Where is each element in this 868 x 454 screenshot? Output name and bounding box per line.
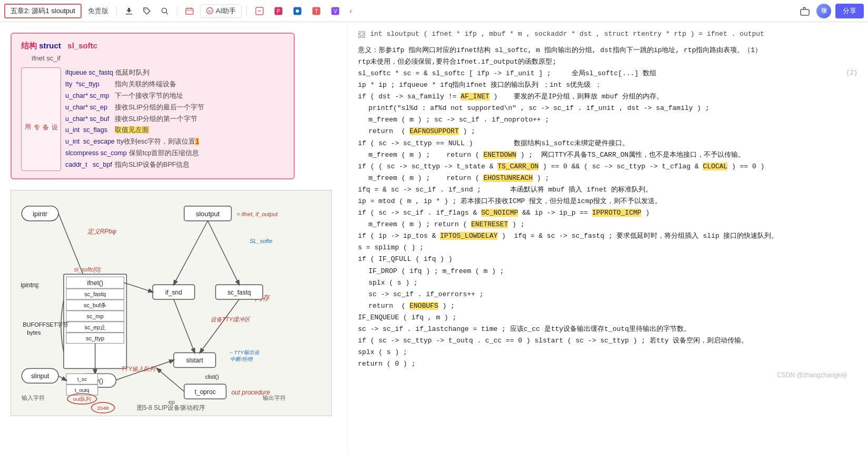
svg-text:out队列: out队列 xyxy=(73,396,91,402)
line24: sc -> sc_if . if_lastchange = time ; 应该c… xyxy=(358,325,691,333)
svg-text:ipintrq:: ipintrq: xyxy=(21,281,39,289)
svg-text:sc_ttyp: sc_ttyp xyxy=(86,335,104,341)
back-btn[interactable]: ‹ xyxy=(346,5,355,17)
struct-subtitle: ifnet sc_if xyxy=(21,54,284,62)
field-row-1: ifqueue sc_fastq 低延时队列 xyxy=(65,67,284,79)
svg-text:clist(): clist() xyxy=(205,374,219,380)
icon-btn-1[interactable] xyxy=(252,4,267,18)
svg-text:sc_mp: sc_mp xyxy=(87,313,104,319)
ai-label: AI助手 xyxy=(216,6,236,16)
toolbar: 五章2: 源码1 sloutput 免责版 AI AI助手 P T V ‹ 张 … xyxy=(0,0,868,22)
line20: splx ( s ) ; xyxy=(358,279,418,287)
icon-btn-2[interactable]: P xyxy=(271,4,286,18)
struct-fields-list: ifqueue sc_fastq 低延时队列 tty *sc_ttyp 指向关联… xyxy=(65,67,284,171)
field-row-7: u_int sc_escape tty收到esc字符，则该位置1 xyxy=(65,136,284,148)
svg-text:sc_ep止: sc_ep止 xyxy=(85,324,106,330)
field-row-6: u_int sc_flags 取值见左面 xyxy=(65,125,284,136)
diagram-caption: 图5-8 SLIP设备驱动程序 xyxy=(11,403,331,412)
line10: if ( ( sc -> sc_ttyp -> t_state & TS_CAR… xyxy=(358,163,764,170)
line19: IF_DROP ( ifq ) ; m_freem ( m ) ; xyxy=(358,267,504,275)
compare-btn[interactable]: 免责版 xyxy=(85,4,112,18)
svg-text:slinput: slinput xyxy=(31,372,49,380)
line27: return ( 0 ) ; xyxy=(358,360,415,368)
svg-text:t_sc: t_sc xyxy=(77,376,87,382)
main-content: 结构 struct sl_softc ifnet sc_if 设备专用 ifqu… xyxy=(0,22,868,454)
left-panel: 结构 struct sl_softc ifnet sc_if 设备专用 ifqu… xyxy=(0,22,347,454)
icon2: P xyxy=(274,6,283,16)
diagram-box: ipintr ipintrq: sl_softc[0]: ifnet() sc_… xyxy=(11,190,332,416)
line16: if ( ip -> ip_tos & IPTOS_LOWDELAY ) ifq… xyxy=(358,232,778,240)
user-avatar[interactable]: 张 xyxy=(816,4,831,18)
line9: m_freem ( m ) ; return ( ENETDOWN ) ; 网口… xyxy=(358,151,745,159)
svg-text:中断/拒绝: 中断/拒绝 xyxy=(230,356,253,362)
svg-text:V: V xyxy=(334,8,337,14)
briefcase-icon[interactable] xyxy=(797,4,812,18)
icon4: T xyxy=(312,6,321,16)
icon-btn-5[interactable]: V xyxy=(327,4,343,18)
line2: sl_softc * sc = & sl_softc [ ifp -> if_u… xyxy=(358,69,656,77)
line18: if ( IF_QFULL ( ifq ) ) xyxy=(358,255,452,263)
svg-text:sc_fastq: sc_fastq xyxy=(227,289,251,296)
active-tab[interactable]: 五章2: 源码1 sloutput xyxy=(4,4,82,18)
svg-text:输入字符: 输入字符 xyxy=(22,395,45,401)
code-header: 囧 int sloutput ( ifnet * ifp , mbuf * m … xyxy=(358,28,857,42)
search-btn[interactable] xyxy=(157,5,172,17)
svg-text:AI: AI xyxy=(208,9,212,14)
code-block: 意义：形参ifp 指向网口对应的ifnet结构 sl_softc, m 指向输出… xyxy=(358,45,857,370)
line15: m_freem ( m ) ; return ( ENETRESET ) ; xyxy=(358,220,524,228)
svg-text:sl_softc[0]:: sl_softc[0]: xyxy=(74,266,102,273)
svg-text:ifnet(): ifnet() xyxy=(87,279,103,287)
svg-rect-20 xyxy=(11,190,331,416)
line26: splx ( s ) ; xyxy=(358,348,407,356)
sep2 xyxy=(177,6,177,16)
ai-assistant-btn[interactable]: AI AI助手 xyxy=(200,4,242,18)
svg-text:t_oproc: t_oproc xyxy=(195,388,216,396)
watermark: CSDN @zhangzhangkeji xyxy=(777,370,847,381)
tag-btn[interactable] xyxy=(139,5,154,17)
icon-btn-3[interactable] xyxy=(290,4,305,18)
line11: m_freem ( m ) ; return ( EHOSTUNREACH ) … xyxy=(358,174,549,182)
ai-icon: AI xyxy=(206,7,214,15)
struct-label: 设备专用 xyxy=(21,67,61,171)
svg-text:sc_fastq: sc_fastq xyxy=(84,291,106,297)
field-row-8: slcompress sc_comp 保留tcp首部的压缩信息 xyxy=(65,148,284,159)
svg-rect-19 xyxy=(801,9,809,15)
svg-text:out procedure: out procedure xyxy=(231,389,270,396)
struct-name: sl_softc xyxy=(67,41,97,50)
svg-text:ipintr: ipintr xyxy=(33,210,48,218)
func-sig: int sloutput ( ifnet * ifp , mbuf * m , … xyxy=(370,28,764,39)
line4: if ( dst -> sa_family != AF_INET ) 要发的不是… xyxy=(358,93,663,100)
struct-keyword: 结构 xyxy=(21,41,37,50)
download-icon xyxy=(125,7,133,15)
share-btn[interactable]: 分享 xyxy=(835,4,864,18)
meaning2-line: rtp未使用，但必须保留,要符合ifnet.if_output的函数原型; xyxy=(358,58,556,66)
line7: return ( EAFNOSUPPORT ) ; xyxy=(358,127,475,135)
svg-point-1 xyxy=(145,9,146,10)
field-row-5: u_char* sc_buf 接收SLIP分组的第一个字节 xyxy=(65,114,284,125)
svg-text:= ifnet, if_output: = ifnet, if_output xyxy=(236,211,278,217)
field-row-3: u_char* sc_mp 下一个接收字节的地址 xyxy=(65,90,284,102)
struct-title: 结构 struct sl_softc xyxy=(21,41,284,51)
line23: IF_ENQUEUE ( ifq , m ) ; xyxy=(358,314,456,321)
calendar-btn[interactable] xyxy=(182,5,197,17)
svg-text:if_snd: if_snd xyxy=(165,289,182,296)
right-panel: 囧 int sloutput ( ifnet * ifp , mbuf * m … xyxy=(347,22,868,454)
line12: ifq = & sc -> sc_if . if_snd ; 本函默认将 mbu… xyxy=(358,186,652,194)
svg-text:slstart: slstart xyxy=(186,357,204,364)
diagram-svg: ipintr ipintrq: sl_softc[0]: ifnet() sc_… xyxy=(11,190,331,416)
icon-btn-4[interactable]: T xyxy=(308,4,324,18)
struct-keyword2: struct xyxy=(39,41,65,50)
line8: if ( sc -> sc_ttyp == NULL ) 数据结构sl_soft… xyxy=(358,139,629,147)
svg-text:bytes: bytes xyxy=(27,329,41,336)
line25: if ( sc -> sc_ttyp -> t_outq . c_cc == 0… xyxy=(358,337,748,345)
svg-text:←TTY输出会: ←TTY输出会 xyxy=(228,349,260,355)
svg-text:sc_buf杀: sc_buf杀 xyxy=(84,302,106,308)
svg-text:SL_softe: SL_softe xyxy=(250,237,272,244)
svg-rect-0 xyxy=(126,14,132,15)
icon3 xyxy=(293,6,302,16)
field-row-4: u_char* sc_ep 接收SLIP分组的最后一个字节 xyxy=(65,102,284,114)
search-icon xyxy=(161,7,169,15)
download-btn[interactable] xyxy=(122,5,136,17)
calendar-icon xyxy=(185,7,194,15)
svg-rect-4 xyxy=(186,8,193,14)
